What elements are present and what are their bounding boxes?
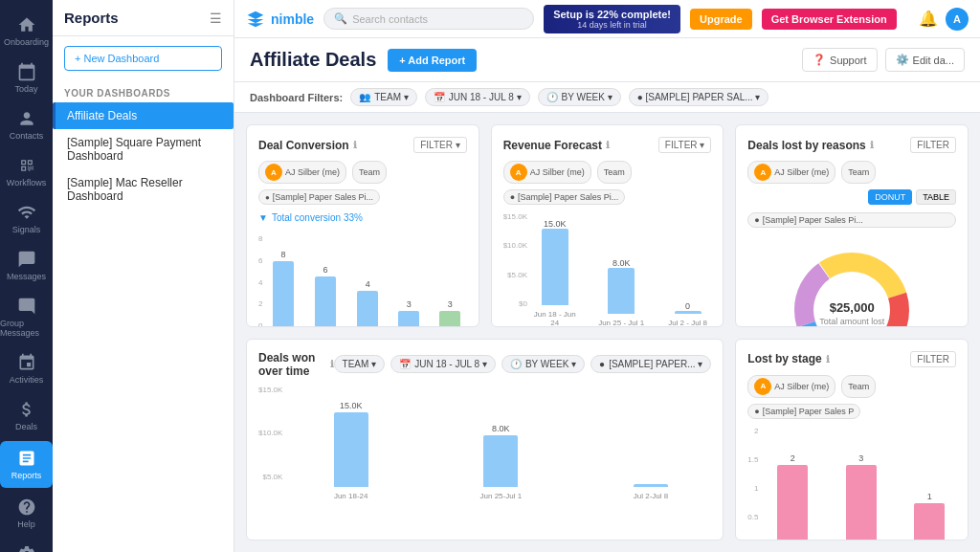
lost-by-stage-card: Lost by stage ℹ FILTER A AJ Silber (me) … (735, 339, 969, 541)
sidebar-item-help[interactable]: Help (0, 490, 53, 537)
revenue-forecast-filters: A AJ Silber (me) Team ●[Sample] Paper Sa… (503, 161, 712, 205)
revenue-forecast-chart: $15.0K$10.0K$5.0K$0 15.0K Jun 18 - Jun 2… (503, 212, 712, 327)
dashboards-section-label: YOUR DASHBOARDS (53, 80, 234, 102)
new-dashboard-button[interactable]: + New Dashboard (64, 46, 222, 71)
filter-chip-team[interactable]: 👥 TEAM ▾ (350, 88, 417, 106)
avatar[interactable]: A (946, 8, 969, 31)
sidebar-item-contacts[interactable]: Contacts (0, 101, 53, 148)
setup-banner: Setup is 22% complete! 14 days left in t… (544, 5, 680, 33)
content-header: Affiliate Deals + Add Report ❓ Support ⚙… (234, 38, 980, 82)
rev-bar-2: 8.0K Jun 25 - Jul 1 (597, 228, 644, 327)
deal-conversion-header: Deal Conversion ℹ FILTER ▾ (258, 137, 467, 153)
add-report-button[interactable]: + Add Report (388, 49, 477, 72)
info-icon: ℹ (870, 140, 874, 150)
revenue-user-chip: A AJ Silber (me) (503, 161, 591, 184)
rev-bar-1: 15.0K Jun 18 - Jun 24 (531, 219, 578, 327)
filter-chip-week[interactable]: 🕐 BY WEEK ▾ (538, 88, 621, 106)
deals-lost-controls: FILTER (910, 137, 956, 153)
sidebar-item-workflows[interactable]: Workflows (0, 148, 53, 195)
revenue-forecast-title: Revenue Forecast ℹ (503, 139, 610, 152)
donut-table-toggle: DONUT TABLE (868, 189, 956, 205)
sidebar-item-today[interactable]: Today (0, 55, 53, 101)
filters-bar: Dashboard Filters: 👥 TEAM ▾ 📅 JUN 18 - J… (234, 82, 980, 113)
sidebar-item-onboarding[interactable]: Onboarding (0, 8, 53, 55)
won-bar-2: 8.0K Jun 25-Jul 1 (440, 401, 562, 500)
left-panel-header: Reports ☰ (53, 0, 234, 36)
won-pipeline-chip[interactable]: ● [SAMPLE] PAPER... ▾ (590, 355, 711, 373)
dashboard-item-mac-reseller[interactable]: [Sample] Mac Reseller Dashboard (53, 169, 234, 210)
deals-won-card: Deals won over time ℹ TEAM ▾ 📅 JUN 18 - … (246, 339, 724, 541)
topnav: nimble 🔍 Search contacts Setup is 22% co… (234, 0, 980, 38)
edit-button[interactable]: ⚙️ Edit da... (885, 48, 965, 72)
deals-won-chart: $15.0K$10.0K$5.0K 15.0K Jun 18-24 8.0K (258, 386, 711, 500)
collapse-button[interactable]: ☰ (210, 11, 222, 26)
won-bar-medium (483, 435, 518, 487)
bar-value-prop: 4 66% Value Pi... (351, 241, 385, 327)
search-placeholder: Search contacts (352, 13, 428, 25)
dashboard-item-square-payment[interactable]: [Sample] Square Payment Dashboard (53, 129, 234, 169)
deal-conversion-chart: 86420 8 Qualifie... 6 75 (258, 234, 467, 327)
revenue-forecast-card: Revenue Forecast ℹ FILTER ▾ A AJ Silber … (491, 124, 724, 327)
deal-conversion-card: Deal Conversion ℹ FILTER ▾ A AJ Silber (… (246, 124, 479, 327)
donut-chart-container: $25,000 Total amount lost (747, 235, 956, 327)
left-panel: Reports ☰ + New Dashboard YOUR DASHBOARD… (53, 0, 234, 552)
deal-conversion-title: Deal Conversion ℹ (258, 139, 357, 152)
nimble-logo: nimble (246, 10, 314, 29)
info-icon: ℹ (826, 354, 830, 364)
sidebar-item-deals[interactable]: Deals (0, 392, 53, 439)
filters-label: Dashboard Filters: (250, 92, 343, 103)
deals-won-filters: TEAM ▾ 📅 JUN 18 - JUL 8 ▾ 🕐 BY WEEK ▾ ● … (334, 355, 712, 373)
stage-bars: 2 3 1 (766, 427, 956, 541)
bar-qualified: 8 Qualifie... (266, 250, 300, 327)
lost-stage-filters: A AJ Silber (me) Team ●[Sample] Paper Sa… (747, 375, 956, 419)
info-icon: ℹ (606, 140, 610, 150)
donut-button[interactable]: DONUT (868, 189, 912, 205)
sidebar-item-reports[interactable]: Reports (0, 441, 53, 488)
content-header-actions: ❓ Support ⚙️ Edit da... (802, 48, 965, 72)
gear-icon: ⚙️ (896, 54, 909, 66)
deals-lost-card: Deals lost by reasons ℹ FILTER A AJ Silb… (735, 124, 969, 327)
filter-chip-date[interactable]: 📅 JUN 18 - JUL 8 ▾ (425, 88, 530, 106)
revenue-team-chip: Team (597, 161, 632, 184)
search-bar[interactable]: 🔍 Search contacts (323, 8, 534, 30)
setup-sublabel: 14 days left in trial (553, 20, 671, 30)
deals-lost-header: Deals lost by reasons ℹ FILTER (747, 137, 956, 153)
deals-won-title: Deals won over time ℹ (258, 351, 334, 378)
won-bar-1: 15.0K Jun 18-24 (290, 401, 412, 500)
left-panel-title: Reports (64, 10, 119, 26)
nav-icons: 🔔 A (919, 8, 969, 31)
won-week-chip[interactable]: 🕐 BY WEEK ▾ (501, 355, 585, 373)
lost-stage-chart: 21.510.5 2 3 (747, 427, 956, 541)
won-team-chip[interactable]: TEAM ▾ (334, 355, 386, 373)
sidebar-item-activities[interactable]: Activities (0, 345, 53, 392)
won-bar-tall (334, 412, 368, 487)
deals-lost-filter[interactable]: FILTER (910, 137, 956, 153)
clock-icon: 🕐 (546, 92, 558, 102)
lost-by-stage-filter[interactable]: FILTER (910, 351, 956, 367)
deal-conversion-pipeline-chip: ● [Sample] Paper Sales Pi... (258, 189, 380, 205)
team-icon: 👥 (359, 92, 370, 102)
notification-icon[interactable]: 🔔 (919, 10, 938, 28)
sidebar-item-messages[interactable]: Messages (0, 242, 53, 289)
sidebar-item-group-messages[interactable]: Group Messages (0, 289, 53, 345)
upgrade-button[interactable]: Upgrade (690, 9, 752, 30)
stage-y-axis: 21.510.5 (747, 427, 762, 522)
table-button[interactable]: TABLE (916, 189, 956, 205)
clock-icon: 🕐 (510, 359, 522, 369)
sidebar-item-signals[interactable]: Signals (0, 195, 53, 242)
revenue-forecast-filter[interactable]: FILTER ▾ (658, 137, 711, 153)
stage-user-chip: A AJ Silber (me) (747, 375, 835, 398)
dashboard-item-affiliate-deals[interactable]: Affiliate Deals (53, 102, 234, 129)
filter-chip-pipeline[interactable]: ● [SAMPLE] PAPER SAL... ▾ (629, 88, 769, 106)
main-area: nimble 🔍 Search contacts Setup is 22% co… (234, 0, 980, 552)
donut-label: Total amount lost (819, 317, 884, 326)
setup-percent: Setup is 22% complete! (553, 9, 671, 20)
sidebar-item-settings[interactable]: Settings (0, 537, 53, 552)
deals-lost-title: Deals lost by reasons ℹ (747, 139, 873, 152)
won-bars: 15.0K Jun 18-24 8.0K Jun 25-Jul 1 (290, 386, 711, 500)
browser-extension-button[interactable]: Get Browser Extension (762, 9, 897, 30)
info-icon: ℹ (353, 140, 357, 150)
deal-conversion-filter[interactable]: FILTER ▾ (413, 137, 466, 153)
support-button[interactable]: ❓ Support (802, 48, 878, 72)
won-date-chip[interactable]: 📅 JUN 18 - JUL 8 ▾ (390, 355, 496, 373)
